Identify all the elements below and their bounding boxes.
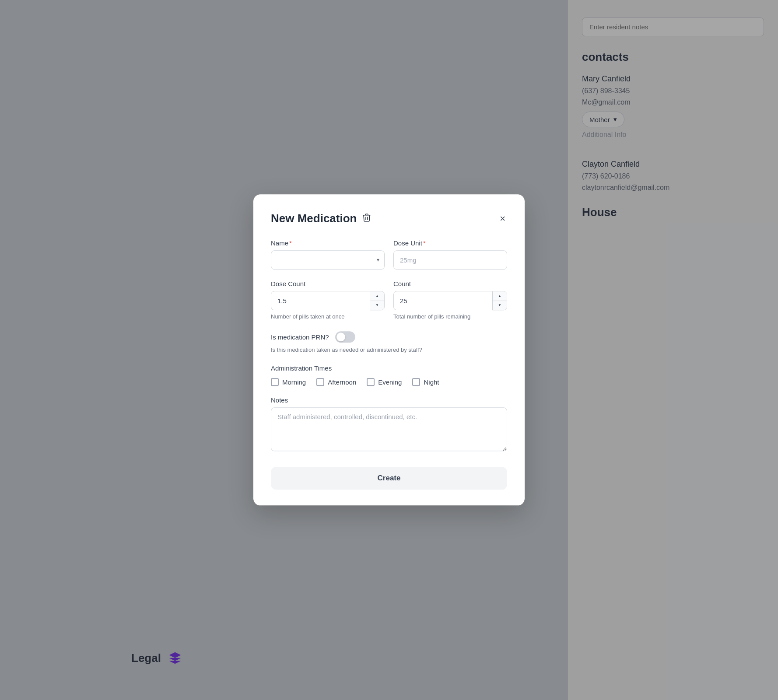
close-button[interactable]: × [498,212,507,225]
notes-textarea[interactable] [271,408,507,452]
count-label: Count [393,280,507,287]
create-button[interactable]: Create [271,467,507,490]
prn-toggle[interactable] [335,332,355,343]
count-increment-icon [498,294,501,298]
afternoon-checkbox[interactable] [316,378,324,386]
dose-count-row: Dose Count Number of pills taken at once… [271,280,507,321]
dose-count-hint: Number of pills taken at once [271,313,385,321]
admin-times-label: Administration Times [271,365,507,372]
prn-label: Is medication PRN? [271,333,329,341]
toggle-knob [336,333,345,342]
prn-row: Is medication PRN? [271,332,507,343]
decrement-icon [375,304,379,308]
dose-unit-input[interactable] [393,250,507,270]
prn-section: Is medication PRN? Is this medication ta… [271,332,507,354]
dose-count-spinner [271,291,385,310]
count-decrement[interactable] [493,301,507,310]
prn-description: Is this medication taken as needed or ad… [271,346,507,354]
dose-unit-field-group: Dose Unit* [393,239,507,270]
morning-checkbox-item[interactable]: Morning [271,378,306,386]
name-required: * [289,239,292,247]
name-dose-row: Name* Dose Unit* [271,239,507,270]
dose-count-field-group: Dose Count Number of pills taken at once [271,280,385,321]
afternoon-label: Afternoon [328,378,356,386]
morning-label: Morning [282,378,306,386]
afternoon-checkbox-item[interactable]: Afternoon [316,378,356,386]
modal-title-row: New Medication [271,212,371,225]
new-medication-modal: New Medication × Name* Dose Unit* [253,194,525,505]
evening-checkbox-item[interactable]: Evening [367,378,402,386]
dose-count-label: Dose Count [271,280,385,287]
dose-count-input[interactable] [271,291,370,310]
morning-checkbox[interactable] [271,378,279,386]
dose-count-increment[interactable] [370,291,384,301]
delete-icon[interactable] [363,213,371,224]
notes-section: Notes [271,397,507,453]
count-spinner [393,291,507,310]
admin-times-section: Administration Times Morning Afternoon E… [271,365,507,386]
checkboxes-row: Morning Afternoon Evening Night [271,378,507,386]
dose-count-decrement[interactable] [370,301,384,310]
dose-unit-required: * [423,239,426,247]
dose-unit-label: Dose Unit* [393,239,507,247]
count-input[interactable] [393,291,492,310]
count-spinner-buttons [492,291,507,310]
count-hint: Total number of pills remaining [393,313,507,321]
name-select[interactable] [271,250,385,270]
count-increment[interactable] [493,291,507,301]
name-label: Name* [271,239,385,247]
count-field-group: Count Total number of pills remaining [393,280,507,321]
modal-header: New Medication × [271,212,507,225]
night-checkbox[interactable] [412,378,420,386]
count-decrement-icon [498,304,501,308]
night-checkbox-item[interactable]: Night [412,378,439,386]
name-field-group: Name* [271,239,385,270]
name-select-wrapper [271,250,385,270]
night-label: Night [424,378,439,386]
notes-label: Notes [271,397,507,404]
evening-label: Evening [378,378,402,386]
increment-icon [375,294,379,298]
modal-title: New Medication [271,212,357,225]
dose-count-spinner-buttons [370,291,385,310]
evening-checkbox[interactable] [367,378,375,386]
